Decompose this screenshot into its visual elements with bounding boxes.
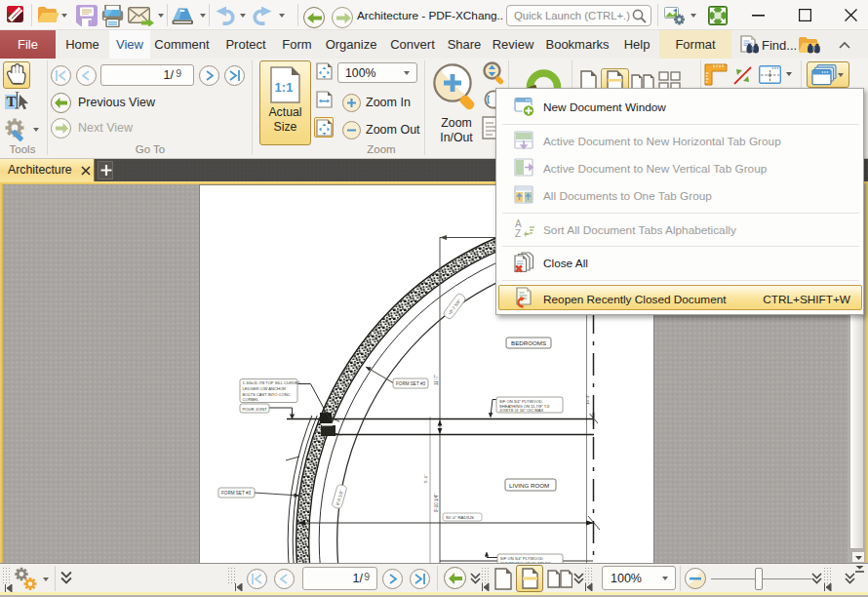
svg-text:90'-0" RADIUS: 90'-0" RADIUS bbox=[446, 515, 474, 520]
svg-text:LIVING ROOM: LIVING ROOM bbox=[509, 482, 549, 489]
svg-text:1:1: 1:1 bbox=[275, 80, 294, 95]
svg-text:FORM SET #3: FORM SET #3 bbox=[396, 381, 425, 386]
svg-text:11'-7": 11'-7" bbox=[434, 374, 439, 385]
svg-text:LEDGER C/W ANCHOR: LEDGER C/W ANCHOR bbox=[243, 386, 287, 391]
svg-text:9'-10 1/4": 9'-10 1/4" bbox=[434, 494, 439, 512]
svg-text:5'-1": 5'-1" bbox=[423, 474, 428, 483]
svg-text:CORBEL: CORBEL bbox=[243, 397, 260, 402]
svg-text:FORM SET #3: FORM SET #3 bbox=[221, 491, 251, 496]
svg-text:POUR JOINT: POUR JOINT bbox=[243, 407, 268, 412]
svg-text:14'-3": 14'-3" bbox=[585, 394, 590, 405]
svg-text:BEDROOMS: BEDROOMS bbox=[511, 339, 546, 346]
svg-text:JOISTS @ 16" O/C MAX: JOISTS @ 16" O/C MAX bbox=[499, 408, 543, 413]
svg-text:Z: Z bbox=[515, 228, 521, 239]
svg-text:1-3/4x11-7/8 TOP SILL CURVED: 1-3/4x11-7/8 TOP SILL CURVED bbox=[243, 380, 301, 385]
